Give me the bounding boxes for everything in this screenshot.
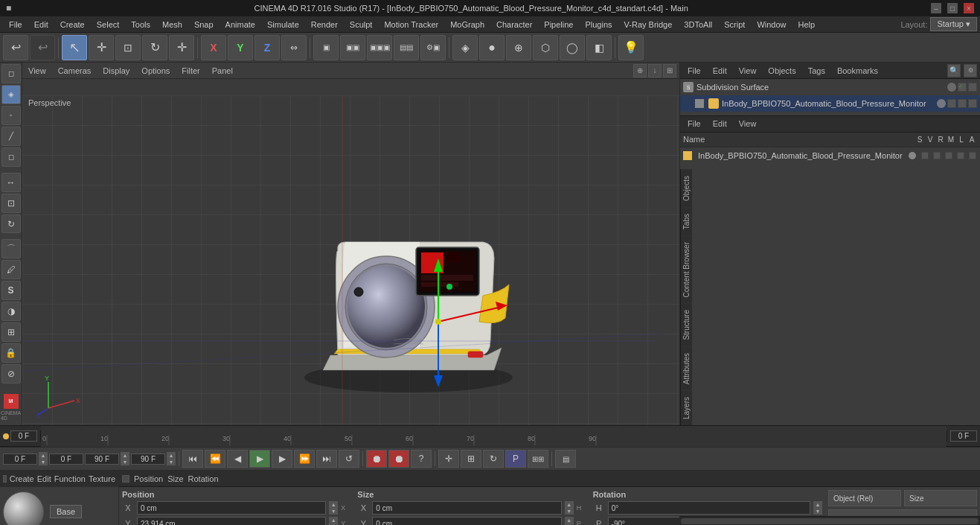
mm-inbody-material[interactable]: InBody_BPBIO750_Automatic_Blood_Pressure… [680,147,980,164]
transport-start-frame[interactable]: 0 F [3,454,37,465]
transport-preview-start[interactable]: 0 F [49,454,83,465]
view-shaded-button[interactable]: ● [479,35,505,60]
vp-ctrl-2[interactable]: ↓ [648,64,662,77]
lt-grid-btn[interactable]: ⊞ [1,322,21,342]
om-menu-tags[interactable]: Tags [804,65,830,77]
transport-timeline-btn[interactable]: ▤ [555,450,576,468]
light-button[interactable]: 💡 [618,35,644,60]
lt-s-btn[interactable]: S [1,281,21,300]
menu-snap[interactable]: Snap [188,19,220,31]
transport-motion-2[interactable]: ⊞ [461,450,481,468]
view-deform-button[interactable]: ◧ [586,35,612,60]
mm-mat-a[interactable] [969,152,976,159]
close-button[interactable]: × [964,3,974,13]
vp-menu-filter[interactable]: Filter [179,65,202,77]
transport-key-record[interactable]: ⏺ [366,450,387,468]
lt-magnet-btn[interactable]: ⊘ [1,364,21,384]
om-subdiv-vis[interactable] [947,83,956,92]
rot-h-up[interactable]: ▲ [813,501,822,508]
om-item-inbody[interactable]: InBody_BPBIO750_Automatic_Blood_Pressure… [680,95,980,112]
vp-menu-display[interactable]: Display [100,65,132,77]
vp-ctrl-1[interactable]: ⊕ [633,64,647,77]
render-settings-button[interactable]: ⚙▣ [420,35,446,60]
menu-pipeline[interactable]: Pipeline [538,19,579,31]
om-inbody-btn3[interactable] [968,99,977,108]
mm-mat-v[interactable] [921,152,929,159]
lt-object-btn[interactable]: ◈ [1,85,21,104]
om-inbody-vis[interactable] [937,99,946,108]
mm-menu-edit[interactable]: Edit [708,118,731,130]
menu-edit[interactable]: Edit [28,19,54,31]
transport-next-key[interactable]: ⏩ [294,450,315,468]
lt-poly-btn[interactable]: ◻ [1,147,21,167]
pos-x-up[interactable]: ▲ [329,501,338,508]
transport-end-down[interactable]: ▼ [167,459,176,465]
transport-motion-1[interactable]: ✛ [438,450,459,468]
lt-pen-btn[interactable]: 🖊 [1,260,21,279]
lt-scale-btn[interactable]: ⊡ [1,194,21,213]
current-frame-input[interactable]: 0 F [10,430,37,442]
om-menu-file[interactable]: File [683,65,705,77]
y-axis-button[interactable]: Y [228,35,253,60]
menu-mesh[interactable]: Mesh [156,19,188,31]
om-item-subdivision[interactable]: S Subdivision Surface ✓ [680,79,980,95]
rtab-attributes[interactable]: Attributes [681,346,692,390]
lt-brush-btn[interactable]: ◑ [1,302,21,321]
mm-mat-r[interactable] [933,152,941,159]
picture-viewer-button[interactable]: ▤▤ [394,35,419,60]
move-button[interactable]: ✛ [89,35,114,60]
transport-play[interactable]: ▶ [249,450,270,468]
lt-viewport-btn[interactable]: ◻ [1,64,21,83]
material-sphere-preview[interactable] [3,491,44,526]
size-y-input[interactable]: 0 cm [372,517,561,525]
om-filter-btn[interactable]: ⚙ [964,64,977,77]
menu-create[interactable]: Create [54,19,91,31]
vp-menu-panel[interactable]: Panel [209,65,236,77]
view-polygon-button[interactable]: ⬡ [533,35,558,60]
transport-start-up[interactable]: ▲ [39,452,48,459]
transport-to-end[interactable]: ⏭ [316,450,337,468]
lt-lock-btn[interactable]: 🔒 [1,343,21,363]
transport-next-frame[interactable]: ▶ [272,450,292,468]
om-search-btn[interactable]: 🔍 [947,64,961,77]
menu-select[interactable]: Select [91,19,126,31]
viewport[interactable]: View Cameras Display Options Filter Pane… [22,63,679,425]
view-add-button[interactable]: ⊕ [506,35,531,60]
x-axis-button[interactable]: X [201,35,226,60]
render-all-button[interactable]: ▣▣▣ [367,35,392,60]
mat-menu-edit[interactable]: Edit [37,474,51,483]
transport-end-frame[interactable]: 90 F [131,454,165,465]
menu-vray[interactable]: V-Ray Bridge [618,19,679,31]
mm-menu-file[interactable]: File [683,118,705,130]
minimize-button[interactable]: – [931,3,941,13]
om-menu-bookmarks[interactable]: Bookmarks [833,65,883,77]
rtab-tabs[interactable]: Tabs [681,207,692,235]
select-mode-button[interactable]: ↖ [62,35,87,60]
redo-button[interactable]: ↩ [30,35,55,60]
menu-simulate[interactable]: Simulate [261,19,305,31]
menu-file[interactable]: File [3,19,28,31]
lt-spline-btn[interactable]: ⌒ [1,239,21,258]
transport-preview-up[interactable]: ▲ [121,452,129,459]
menu-help[interactable]: Help [792,19,822,31]
lt-point-btn[interactable]: ◦ [1,106,21,125]
rtab-objects[interactable]: Objects [681,169,692,207]
layout-dropdown[interactable]: Startup ▾ [930,17,977,31]
rot-h-down[interactable]: ▼ [813,508,822,515]
menu-3dtoall[interactable]: 3DToAll [678,19,718,31]
transport-preview-down[interactable]: ▼ [121,459,129,465]
om-menu-objects[interactable]: Objects [763,65,800,77]
menu-plugins[interactable]: Plugins [579,19,618,31]
om-inbody-btn1[interactable] [947,99,956,108]
vp-menu-view[interactable]: View [25,65,49,77]
timeline-ruler[interactable]: 0 10 20 30 40 50 60 70 80 [41,426,947,447]
size-x-input[interactable]: 0 cm [372,501,561,515]
view-nurbs-button[interactable]: ◯ [560,35,585,60]
menu-render[interactable]: Render [305,19,344,31]
mat-menu-texture[interactable]: Texture [89,474,115,483]
transport-motion-3[interactable]: ↻ [483,450,504,468]
undo-button[interactable]: ↩ [3,35,28,60]
transport-prev-key[interactable]: ⏪ [205,450,225,468]
transport-to-start[interactable]: ⏮ [182,450,203,468]
axis-mode-button[interactable]: ⇔ [281,35,307,60]
